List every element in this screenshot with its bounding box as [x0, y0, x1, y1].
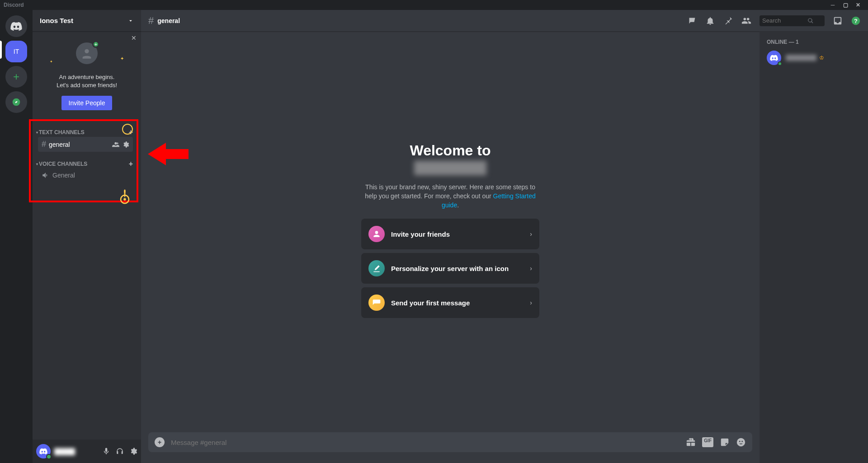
chevron-right-icon: ›	[530, 230, 532, 238]
user-panel: █████	[33, 440, 141, 463]
svg-point-1	[85, 49, 89, 53]
server-icon-active[interactable]: IT	[5, 41, 27, 62]
attach-file-button[interactable]: +	[155, 437, 165, 447]
invite-to-channel-icon[interactable]	[112, 141, 119, 148]
home-button[interactable]	[5, 15, 27, 37]
emoji-button[interactable]	[736, 437, 746, 447]
invite-people-card: ✕ ✦ + ✦ An adventure begins. Let's add s…	[33, 32, 141, 117]
gif-button[interactable]: GIF	[702, 437, 713, 447]
server-abbrev: IT	[14, 48, 19, 55]
annotation-exclaim-icon	[117, 188, 133, 204]
search-input[interactable]	[762, 17, 807, 24]
explore-servers-button[interactable]	[5, 91, 27, 113]
member-list-toggle[interactable]	[741, 16, 751, 26]
member-row[interactable]: ♔	[763, 49, 864, 67]
channel-name-label: general	[49, 141, 70, 148]
svg-point-8	[741, 441, 743, 442]
compass-icon	[12, 98, 21, 107]
send-message-icon	[368, 295, 385, 311]
voice-channels-category[interactable]: ▾ VOICE CHANNELS +	[34, 157, 137, 168]
invite-people-button[interactable]: Invite People	[61, 96, 113, 110]
speaker-icon	[42, 171, 50, 179]
chevron-down-icon: ▾	[36, 131, 38, 135]
chevron-down-icon: ▾	[36, 162, 38, 166]
action-card-label: Send your first message	[391, 299, 470, 307]
invite-card-line2: Let's add some friends!	[36, 81, 137, 89]
owner-crown-icon: ♔	[819, 55, 824, 61]
chevron-right-icon: ›	[530, 299, 532, 306]
svg-text:?: ?	[854, 17, 858, 24]
chat-body: Welcome to This is your brand new, shiny…	[141, 32, 760, 463]
user-avatar[interactable]	[36, 444, 51, 458]
text-channel-general[interactable]: # general	[38, 137, 133, 152]
help-button[interactable]: ?	[851, 16, 861, 26]
chat-header: # general ?	[141, 10, 868, 32]
action-card-invite-friends[interactable]: Invite your friends ›	[361, 219, 539, 249]
window-maximize-icon[interactable]: ▢	[839, 2, 852, 8]
discord-logo-icon	[10, 22, 22, 31]
window-close-icon[interactable]: ✕	[852, 2, 864, 8]
search-box[interactable]	[760, 15, 825, 26]
mute-mic-button[interactable]	[102, 447, 110, 455]
friend-avatar-placeholder: +	[76, 42, 98, 64]
channel-settings-icon[interactable]	[122, 141, 129, 148]
welcome-subtitle-after: .	[457, 201, 459, 209]
svg-point-6	[737, 438, 745, 446]
category-label: VOICE CHANNELS	[39, 161, 87, 167]
sparkle-icon: ✦	[120, 56, 124, 61]
message-input-field[interactable]	[171, 439, 679, 446]
notifications-button[interactable]	[705, 16, 715, 26]
welcome-title: Welcome to	[410, 142, 491, 159]
user-name-blurred: █████	[54, 448, 75, 455]
user-settings-button[interactable]	[129, 447, 137, 455]
category-label: TEXT CHANNELS	[39, 129, 85, 136]
message-input[interactable]: + GIF	[148, 432, 752, 452]
server-name-label: Ionos Test	[40, 17, 73, 24]
voice-channel-general[interactable]: General	[38, 168, 133, 182]
server-name-blurred	[414, 161, 486, 175]
gift-button[interactable]	[686, 437, 696, 447]
plus-badge-icon: +	[92, 41, 99, 48]
chevron-down-icon	[127, 18, 134, 24]
server-header[interactable]: Ionos Test	[33, 10, 141, 32]
hash-icon: #	[42, 140, 46, 149]
hash-icon: #	[148, 15, 154, 27]
create-voice-channel-button[interactable]: +	[129, 160, 133, 168]
chat-main: # general ? Welcome to	[141, 10, 868, 463]
person-icon	[80, 47, 93, 60]
status-online-icon	[46, 454, 52, 459]
active-guild-pill	[0, 41, 2, 59]
member-avatar	[767, 51, 781, 65]
annotation-highlight-box: ▾ TEXT CHANNELS + # general ▾ VOIC	[29, 119, 138, 202]
pinned-messages-button[interactable]	[723, 16, 733, 26]
window-minimize-icon[interactable]: ─	[826, 2, 839, 8]
channel-sidebar: Ionos Test ✕ ✦ + ✦ An adventure begins. …	[33, 10, 141, 463]
inbox-button[interactable]	[833, 16, 843, 26]
member-name-blurred	[786, 55, 816, 61]
svg-point-3	[123, 198, 126, 201]
invite-card-line1: An adventure begins.	[36, 73, 137, 81]
close-invite-card-icon[interactable]: ✕	[131, 34, 137, 42]
create-text-channel-button[interactable]: +	[129, 128, 133, 136]
invite-friends-icon	[368, 226, 385, 242]
personalize-server-icon	[368, 260, 385, 276]
status-online-icon	[778, 61, 782, 66]
sparkle-icon: ✦	[50, 60, 53, 64]
welcome-section: Welcome to This is your brand new, shiny…	[141, 32, 760, 432]
titlebar: Discord ─ ▢ ✕	[0, 0, 868, 10]
header-channel-name: general	[157, 17, 180, 24]
action-card-personalize[interactable]: Personalize your server with an icon ›	[361, 253, 539, 284]
guild-list: IT +	[0, 10, 33, 463]
sticker-button[interactable]	[720, 437, 730, 447]
action-card-label: Invite your friends	[391, 230, 450, 238]
deafen-button[interactable]	[116, 447, 124, 455]
action-card-first-message[interactable]: Send your first message ›	[361, 287, 539, 318]
add-server-button[interactable]: +	[5, 66, 27, 88]
channel-name-label: General	[52, 172, 75, 179]
member-list: ONLINE — 1 ♔	[760, 32, 868, 463]
titlebar-app-name: Discord	[4, 2, 24, 8]
text-channels-category[interactable]: ▾ TEXT CHANNELS +	[34, 126, 137, 136]
svg-point-7	[739, 441, 741, 442]
chevron-right-icon: ›	[530, 265, 532, 272]
threads-button[interactable]	[687, 16, 697, 26]
